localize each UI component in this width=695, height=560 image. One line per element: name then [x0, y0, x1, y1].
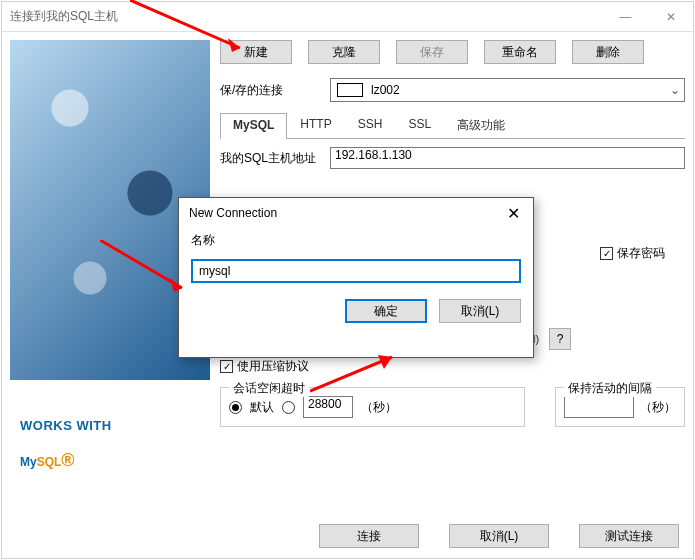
idle-group: 会话空闲超时 默认 28800 （秒）: [220, 387, 525, 427]
new-connection-dialog: New Connection ✕ 名称 mysql 确定 取消(L): [178, 197, 534, 358]
host-input[interactable]: 192.168.1.130: [330, 147, 685, 169]
tab-ssl[interactable]: SSL: [395, 112, 444, 138]
cancel-dialog-button[interactable]: 取消(L): [439, 299, 521, 323]
ok-button[interactable]: 确定: [345, 299, 427, 323]
cancel-button[interactable]: 取消(L): [449, 524, 549, 548]
window-title: 连接到我的SQL主机: [10, 8, 118, 25]
idle-legend: 会话空闲超时: [229, 380, 309, 397]
tab-http[interactable]: HTTP: [287, 112, 344, 138]
titlebar: 连接到我的SQL主机 — ✕: [2, 2, 693, 32]
tab-mysql[interactable]: MySQL: [220, 113, 287, 139]
connect-button[interactable]: 连接: [319, 524, 419, 548]
delete-button[interactable]: 删除: [572, 40, 644, 64]
saved-conn-value: lz002: [371, 83, 400, 97]
clone-button[interactable]: 克隆: [308, 40, 380, 64]
compress-check[interactable]: ✓ 使用压缩协议: [220, 358, 685, 375]
color-swatch: [337, 83, 363, 97]
custom-radio[interactable]: [282, 401, 295, 414]
mysql-logo: WORKS WITH MySQL®: [10, 418, 210, 475]
host-label: 我的SQL主机地址: [220, 150, 320, 167]
dialog-titlebar: New Connection ✕: [179, 198, 533, 228]
checkbox-icon: ✓: [600, 247, 613, 260]
save-button[interactable]: 保存: [396, 40, 468, 64]
name-input[interactable]: mysql: [191, 259, 521, 283]
saved-conn-combo[interactable]: lz002 ⌄: [330, 78, 685, 102]
keepalive-group: 保持活动的间隔 （秒）: [555, 387, 685, 427]
tab-ssh[interactable]: SSH: [345, 112, 396, 138]
bottom-buttons: 连接 取消(L) 测试连接: [319, 524, 679, 548]
idle-seconds-input[interactable]: 28800: [303, 396, 353, 418]
dialog-title: New Connection: [189, 206, 277, 220]
test-button[interactable]: 测试连接: [579, 524, 679, 548]
checkbox-icon: ✓: [220, 360, 233, 373]
minimize-button[interactable]: —: [603, 2, 648, 32]
chevron-down-icon: ⌄: [666, 83, 684, 97]
new-button[interactable]: 新建: [220, 40, 292, 64]
close-icon[interactable]: ✕: [493, 204, 533, 223]
keepalive-input[interactable]: [564, 396, 634, 418]
tab-bar: MySQL HTTP SSH SSL 高级功能: [220, 112, 685, 139]
toolbar: 新建 克隆 保存 重命名 删除: [220, 40, 685, 64]
default-radio[interactable]: [229, 401, 242, 414]
saved-conn-label: 保/存的连接: [220, 82, 320, 99]
tab-advanced[interactable]: 高级功能: [444, 112, 518, 138]
help-button[interactable]: ?: [549, 328, 571, 350]
name-label: 名称: [179, 228, 533, 253]
close-button[interactable]: ✕: [648, 2, 693, 32]
rename-button[interactable]: 重命名: [484, 40, 556, 64]
keepalive-legend: 保持活动的间隔: [564, 380, 656, 397]
save-password-check[interactable]: ✓ 保存密码: [600, 245, 665, 262]
